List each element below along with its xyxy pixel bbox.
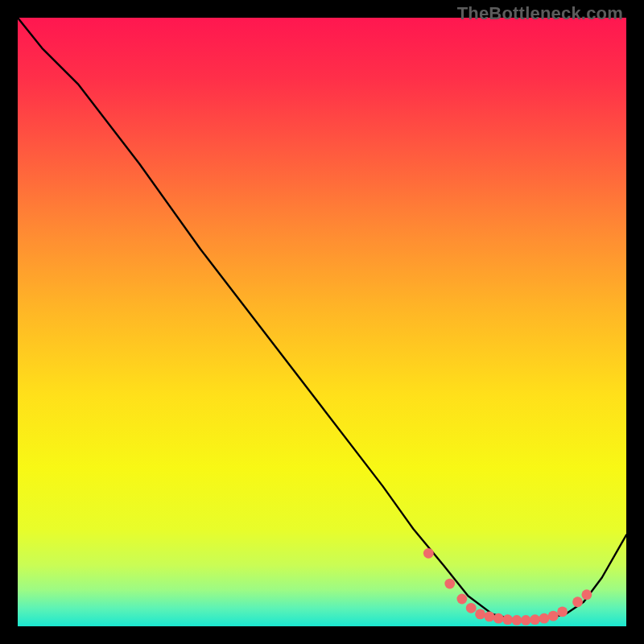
optimal-dot: [539, 613, 550, 624]
optimal-dot: [475, 609, 485, 619]
optimal-dot: [502, 614, 513, 625]
optimal-dot: [456, 594, 467, 605]
optimal-dot: [557, 606, 568, 617]
optimal-dot: [581, 589, 592, 600]
optimal-dot: [423, 548, 434, 559]
optimal-dot: [512, 615, 522, 625]
optimal-dot: [548, 611, 559, 621]
line-layer: [18, 18, 626, 626]
chart-container: TheBottleneck.com: [0, 0, 644, 644]
bottleneck-curve: [18, 18, 626, 620]
watermark-text: TheBottleneck.com: [457, 3, 623, 24]
optimal-dot: [485, 612, 495, 622]
optimal-dot: [521, 615, 531, 625]
optimal-dot: [493, 613, 504, 624]
optimal-dot: [444, 579, 455, 589]
optimal-dots: [423, 548, 592, 625]
optimal-dot: [530, 614, 540, 625]
optimal-dot: [572, 597, 583, 607]
plot-area: [18, 18, 626, 626]
optimal-dot: [466, 603, 477, 613]
